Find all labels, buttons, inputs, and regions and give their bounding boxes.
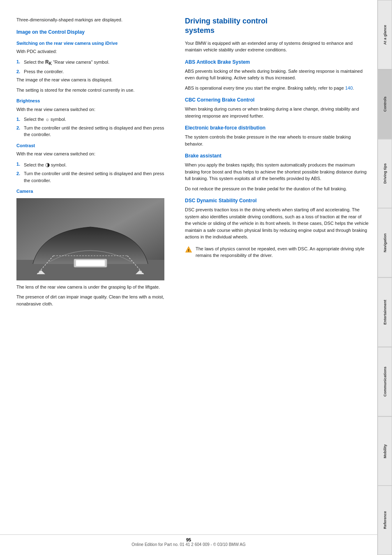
sidebar-tab-controls[interactable]: Controls xyxy=(378,69,392,139)
contrast-num-1: 1. xyxy=(16,161,24,169)
step-num-1: 1. xyxy=(16,58,24,67)
step-text-1: Select the RK "Rear view camera" symbol. xyxy=(24,58,109,67)
right-intro: Your BMW is equipped with an extended ar… xyxy=(185,40,369,53)
heading-brake-assistant: Brake assistant xyxy=(185,152,369,160)
contrast-text-1: Select the ◑ symbol. xyxy=(24,161,67,169)
sub-heading-switching: Switching on the rear view camera using … xyxy=(16,40,168,47)
brake-para-2: Do not reduce the pressure on the brake … xyxy=(185,185,369,192)
note-setting-stored: The setting is stored for the remote con… xyxy=(16,87,168,94)
step-text-2: Press the controller. xyxy=(24,68,64,75)
camera-note1: The lens of the rear view camera is unde… xyxy=(16,284,168,291)
subsection1-intro: With PDC activated: xyxy=(16,48,168,55)
contrast-step-2: 2. Turn the controller until the desired… xyxy=(16,170,168,184)
abs-para-2: ABS is operational every time you start … xyxy=(185,85,369,92)
camera-note2: The presence of dirt can impair image qu… xyxy=(16,294,168,307)
svg-rect-3 xyxy=(76,260,105,266)
intro-text: Three-dimensionally-shaped markings are … xyxy=(16,16,168,23)
sidebar-tab-navigation[interactable]: Navigation xyxy=(378,208,392,278)
right-column: Driving stability control systems Your B… xyxy=(177,8,377,547)
dsc-para-1: DSC prevents traction loss in the drivin… xyxy=(185,206,369,240)
page-footer: 95 Online Edition for Part no. 01 41 2 6… xyxy=(0,534,377,547)
sub-heading-brightness: Brightness xyxy=(16,97,168,104)
brightness-text-2: Turn the controller until the desired se… xyxy=(24,125,168,138)
sidebar-tab-communications[interactable]: Communications xyxy=(378,347,392,416)
section-image-on-control-display: Image on the Control Display Switching o… xyxy=(16,28,168,308)
title-line2: systems xyxy=(185,26,214,35)
camera-image xyxy=(16,198,164,280)
brightness-num-2: 2. xyxy=(16,125,24,138)
sidebar-tab-driving-tips[interactable]: Driving tips xyxy=(378,139,392,208)
heading-ebfd: Electronic brake-force distribution xyxy=(185,124,369,132)
sidebar-tab-at-a-glance[interactable]: At a glance xyxy=(378,0,392,69)
section-heading-image: Image on the Control Display xyxy=(16,28,168,36)
subsection2-intro: With the rear view camera switched on: xyxy=(16,106,168,113)
sidebar: At a glance Controls Driving tips Naviga… xyxy=(377,0,392,555)
camera-image-inner xyxy=(16,198,164,280)
warning-box: ! The laws of physics cannot be repealed… xyxy=(185,245,369,259)
contrast-text-2: Turn the controller until the desired se… xyxy=(24,170,168,184)
brightness-step-2: 2. Turn the controller until the desired… xyxy=(16,125,168,138)
subsection3-intro: With the rear view camera switched on: xyxy=(16,150,168,157)
left-column: Three-dimensionally-shaped markings are … xyxy=(0,8,177,547)
camera-view-svg xyxy=(16,198,164,280)
sidebar-tab-mobility[interactable]: Mobility xyxy=(378,416,392,486)
title-line1: Driving stability control xyxy=(185,17,267,25)
sidebar-tab-entertainment[interactable]: Entertainment xyxy=(378,278,392,347)
ebfd-para-1: The system controls the brake pressure i… xyxy=(185,134,369,147)
heading-dsc: DSC Dynamic Stability Control xyxy=(185,197,369,204)
contrast-step-1: 1. Select the ◑ symbol. xyxy=(16,161,168,169)
step-2-rear-camera: 2. Press the controller. xyxy=(16,68,168,75)
sidebar-tab-reference[interactable]: Reference xyxy=(378,486,392,555)
page-number: 95 xyxy=(186,537,191,542)
contrast-num-2: 2. xyxy=(16,170,24,184)
warning-text: The laws of physics cannot be repealed, … xyxy=(196,245,369,259)
sub-heading-contrast: Contrast xyxy=(16,142,168,149)
note-image-displayed: The image of the rear view camera is dis… xyxy=(16,76,168,83)
heading-cbc: CBC Cornering Brake Control xyxy=(185,96,369,104)
abs-page-link[interactable]: 140 xyxy=(345,86,353,90)
warning-triangle-icon: ! xyxy=(185,246,193,255)
step-1-rear-camera: 1. Select the RK "Rear view camera" symb… xyxy=(16,58,168,67)
heading-abs: ABS Antilock Brake System xyxy=(185,58,369,66)
svg-text:!: ! xyxy=(188,248,189,252)
brightness-step-1: 1. Select the ☼ symbol. xyxy=(16,116,168,123)
brake-para-1: When you apply the brakes rapidly, this … xyxy=(185,162,369,182)
brightness-num-1: 1. xyxy=(16,116,24,123)
sub-heading-camera: Camera xyxy=(16,188,168,195)
footer-text: Online Edition for Part no. 01 41 2 604 … xyxy=(131,542,246,547)
step-num-2: 2. xyxy=(16,68,24,75)
page-container: Three-dimensionally-shaped markings are … xyxy=(0,0,392,555)
main-title: Driving stability control systems xyxy=(185,16,369,36)
brightness-text-1: Select the ☼ symbol. xyxy=(24,116,66,123)
abs-para-1: ABS prevents locking of the wheels durin… xyxy=(185,68,369,81)
main-content: Three-dimensionally-shaped markings are … xyxy=(0,0,377,555)
cbc-para-1: When braking during curves or when braki… xyxy=(185,106,369,119)
